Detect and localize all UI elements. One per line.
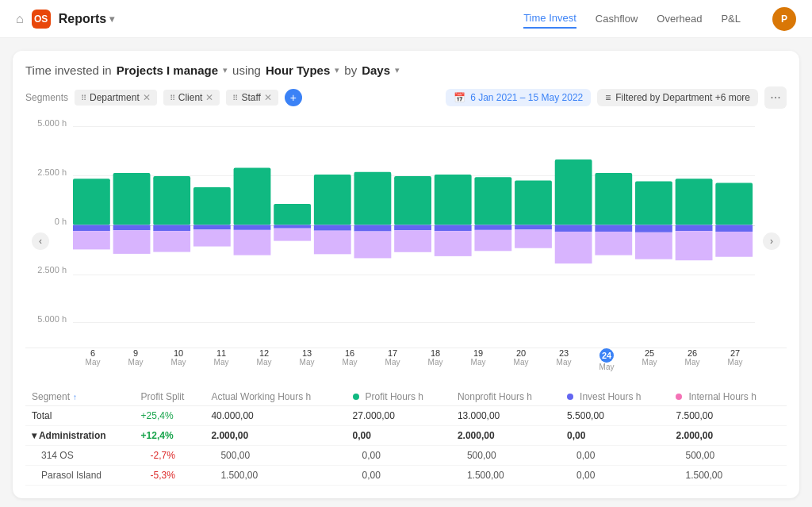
svg-rect-14 bbox=[234, 230, 271, 255]
svg-rect-7 bbox=[153, 225, 190, 232]
projects-dropdown-icon[interactable]: ▾ bbox=[223, 65, 228, 75]
drag-icon: ⠿ bbox=[81, 94, 86, 102]
y-label-bottom: 5.000 h bbox=[25, 314, 73, 324]
bars-svg bbox=[73, 126, 755, 324]
svg-rect-13 bbox=[234, 225, 271, 230]
th-actual-hours: Actual Working Hours h bbox=[205, 388, 346, 406]
svg-rect-25 bbox=[394, 225, 431, 231]
x-label-23: 23May bbox=[544, 348, 584, 377]
svg-rect-12 bbox=[234, 168, 271, 225]
x-label-6: 6May bbox=[73, 348, 113, 377]
filter-tag-department[interactable]: ⠿ Department ✕ bbox=[75, 90, 157, 106]
filter-tag-client[interactable]: ⠿ Client ✕ bbox=[163, 90, 220, 106]
svg-rect-28 bbox=[435, 225, 472, 232]
svg-rect-34 bbox=[515, 225, 552, 230]
svg-rect-18 bbox=[314, 175, 351, 225]
calendar-icon: 📅 bbox=[454, 92, 465, 103]
svg-rect-20 bbox=[314, 231, 351, 255]
days-dropdown-icon[interactable]: ▾ bbox=[395, 65, 400, 75]
filter-icon: ≡ bbox=[605, 92, 611, 103]
header: ⌂ OS Reports ▾ Time Invest Cashflow Over… bbox=[0, 0, 812, 38]
report-title: Time invested in Projects I manage ▾ usi… bbox=[25, 63, 787, 77]
svg-rect-26 bbox=[394, 230, 431, 252]
remove-client-filter[interactable]: ✕ bbox=[205, 92, 213, 103]
nav-next-button[interactable]: › bbox=[763, 232, 780, 250]
main-content: Time invested in Projects I manage ▾ usi… bbox=[0, 38, 812, 507]
svg-rect-21 bbox=[354, 172, 392, 225]
svg-rect-11 bbox=[193, 229, 231, 246]
svg-rect-38 bbox=[555, 232, 592, 263]
profit-dot bbox=[353, 394, 359, 400]
svg-rect-4 bbox=[113, 225, 151, 231]
chevron-down-icon[interactable]: ▾ bbox=[109, 13, 114, 25]
svg-rect-42 bbox=[635, 181, 672, 225]
internal-dot bbox=[676, 394, 682, 400]
drag-icon: ⠿ bbox=[232, 94, 238, 102]
nav-item-time-invest[interactable]: Time Invest bbox=[523, 9, 576, 29]
chart-inner bbox=[73, 126, 755, 324]
svg-rect-48 bbox=[715, 183, 753, 225]
sort-icon[interactable]: ↑ bbox=[73, 393, 77, 401]
svg-rect-40 bbox=[595, 225, 632, 232]
table-body: Total+25,4%40.000,0027.000,0013.000,005.… bbox=[25, 406, 787, 486]
nav-item-overhead[interactable]: Overhead bbox=[657, 10, 702, 28]
th-internal-hours: Internal Hours h bbox=[669, 388, 787, 406]
filters-right: 📅 6 Jan 2021 – 15 May 2022 ≡ Filtered by… bbox=[446, 86, 787, 109]
svg-rect-36 bbox=[555, 159, 592, 225]
x-label-13: 13May bbox=[287, 348, 327, 377]
svg-rect-6 bbox=[153, 176, 190, 225]
svg-rect-33 bbox=[515, 180, 552, 225]
header-nav: Time Invest Cashflow Overhead P&L P bbox=[523, 7, 796, 31]
x-label-18: 18May bbox=[416, 348, 455, 377]
home-icon[interactable]: ⌂ bbox=[16, 12, 24, 26]
x-label-27: 27May bbox=[715, 348, 755, 377]
svg-rect-2 bbox=[73, 231, 110, 249]
add-filter-button[interactable]: + bbox=[285, 89, 302, 106]
svg-rect-50 bbox=[715, 232, 753, 257]
filters-bar: Segments ⠿ Department ✕ ⠿ Client ✕ ⠿ Sta… bbox=[25, 86, 787, 109]
x-label-20: 20May bbox=[501, 348, 541, 377]
svg-rect-3 bbox=[113, 173, 151, 225]
x-label-11: 11May bbox=[201, 348, 241, 377]
svg-rect-43 bbox=[635, 225, 672, 232]
app-container: ⌂ OS Reports ▾ Time Invest Cashflow Over… bbox=[0, 0, 812, 507]
svg-rect-23 bbox=[354, 232, 392, 259]
th-segment: Segment ↑ bbox=[25, 388, 135, 406]
avatar[interactable]: P bbox=[772, 7, 796, 31]
x-label-17: 17May bbox=[373, 348, 412, 377]
x-label-16: 16May bbox=[330, 348, 370, 377]
filter-tag-staff[interactable]: ⠿ Staff ✕ bbox=[226, 90, 278, 106]
hour-types-dropdown-icon[interactable]: ▾ bbox=[335, 65, 339, 75]
x-label-12: 12May bbox=[244, 348, 284, 377]
svg-rect-27 bbox=[435, 175, 472, 225]
nav-prev-button[interactable]: ‹ bbox=[32, 232, 49, 250]
filter-department-button[interactable]: ≡ Filtered by Department +6 more bbox=[597, 89, 758, 106]
svg-rect-1 bbox=[73, 225, 110, 232]
svg-rect-8 bbox=[153, 231, 190, 252]
y-label-2500-pos: 2.500 h bbox=[25, 167, 73, 177]
header-left: ⌂ OS Reports ▾ bbox=[16, 10, 523, 29]
svg-rect-44 bbox=[635, 232, 672, 259]
x-label-19: 19May bbox=[458, 348, 498, 377]
table-row: ▾ Administration+12,4%2.000,000,002.000,… bbox=[25, 426, 787, 446]
nav-item-pl[interactable]: P&L bbox=[721, 10, 741, 28]
svg-rect-16 bbox=[274, 225, 311, 229]
drag-icon: ⠿ bbox=[170, 94, 175, 102]
svg-rect-47 bbox=[676, 231, 713, 260]
remove-staff-filter[interactable]: ✕ bbox=[264, 92, 272, 103]
svg-rect-19 bbox=[314, 225, 351, 231]
svg-rect-46 bbox=[676, 225, 713, 232]
svg-rect-30 bbox=[474, 177, 511, 225]
th-invest-hours: Invest Hours h bbox=[561, 388, 669, 406]
nav-item-cashflow[interactable]: Cashflow bbox=[596, 10, 638, 28]
x-labels-row: 6May9May10May11May12May13May16May17May18… bbox=[25, 348, 787, 377]
more-options-button[interactable]: ··· bbox=[764, 86, 787, 109]
table-section: Segment ↑ Profit Split Actual Working Ho… bbox=[25, 388, 787, 486]
reports-title: Reports ▾ bbox=[59, 12, 114, 26]
x-label-26: 26May bbox=[672, 348, 712, 377]
svg-rect-32 bbox=[474, 230, 511, 251]
date-range-button[interactable]: 📅 6 Jan 2021 – 15 May 2022 bbox=[446, 89, 591, 106]
remove-department-filter[interactable]: ✕ bbox=[143, 92, 151, 103]
svg-rect-45 bbox=[676, 179, 713, 225]
table-row: 314 OS-2,7%500,000,00500,000,00500,00 bbox=[25, 446, 787, 466]
